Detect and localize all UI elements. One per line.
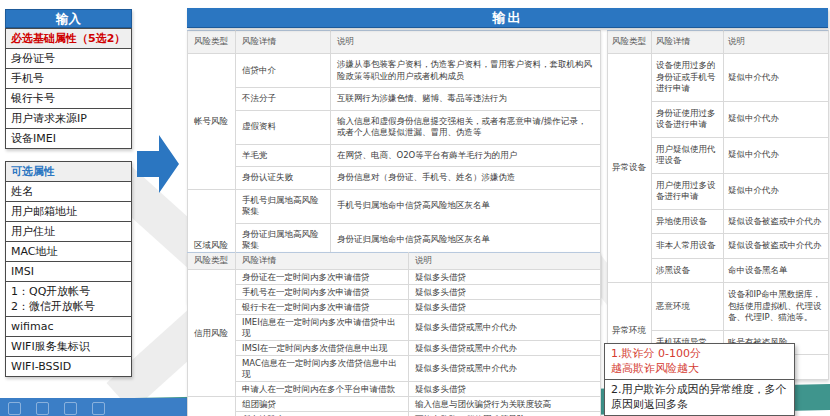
band-ghost-icon [92,402,105,415]
risk-desc-cell: 输入信息和虚假身份信息提交强相关，或者有恶意申请/操作记录，或者个人信息疑似泄漏… [331,110,601,144]
table-row: 异常环境恶意环境设备和IP命中黑数据库，包括使用虚拟机、代理设备、代理IP、猫池… [608,283,829,331]
table-row: 银行卡在一定时间内多次申请借贷疑似多头借贷 [188,300,601,315]
risk-desc-cell: 疑似设备被盗或中介代办 [724,234,829,259]
table-row: 异常行为组团骗贷输入信息与团伙骗贷行为关联度较高 [188,397,601,412]
risk-detail-cell: IMSI在一定时间内多次借贷信息中出现 [236,341,409,356]
risk-type-cell: 帐号风险 [188,54,236,190]
table-row: 羊毛党在网贷、电商、O2O等平台有薅羊毛行为的用户 [188,144,601,167]
risk-detail-cell: 非本人常用设备 [652,234,724,259]
risk-desc-cell: 输入信息与团伙骗贷行为关联度较高 [409,397,601,412]
risk-detail-cell: 用户使用过多设备进行申请 [652,173,724,209]
column-header: 风险详情 [652,31,724,54]
table-row: 帐号风险信贷中介涉嫌从事包装客户资料，伪造客户资料，冒用客户资料，套取机构风险政… [188,54,601,88]
input-section-header: 可选属性 [6,162,131,181]
fraud-score-note: 1.欺诈分 0-100分 越高欺诈风险越大 [605,344,794,379]
bottom-blue-band [0,398,192,416]
risk-desc-cell: 设备和IP命中黑数据库，包括使用虚拟机、代理设备、代理IP、猫池等。 [724,283,829,331]
table-row: 虚假资料输入信息和虚假身份信息提交强相关，或者有恶意申请/操作记录，或者个人信息… [188,110,601,144]
risk-desc-cell: 疑似多头借贷 [409,300,601,315]
input-panel: 输入 必选基础属性（5选2）身份证号手机号银行卡号用户请求来源IP设备IMEI可… [5,9,132,377]
input-section-box: 必选基础属性（5选2）身份证号手机号银行卡号用户请求来源IP设备IMEI [5,28,132,149]
risk-type-cell: 异常行为 [188,397,236,416]
risk-detail-cell: 用户疑似使用代理设备 [652,137,724,173]
column-header: 风险类型 [608,31,652,54]
table-row: 信用风险身份证在一定时间内多次申请借贷疑似多头借贷 [188,270,601,285]
input-panel-title: 输入 [5,9,132,28]
risk-detail-cell: MAC信息在一定时间内多次借贷信息中出现 [236,356,409,382]
column-header: 风险详情 [236,31,331,54]
risk-detail-cell: 异地使用设备 [652,209,724,234]
risk-detail-cell: 手机号在一定时间内多次申请借贷 [236,285,409,300]
input-item: 用户住址 [6,221,131,241]
column-header: 风险详情 [236,253,409,270]
risk-table: 风险类型风险详情说明异常设备设备使用过多的身份证或手机号进行申请疑似中介代办身份… [607,30,829,380]
table-row: 申请人在一定时间内在多个平台申请借款疑似多头借贷 [188,382,601,397]
risk-desc-cell: 可能有跑路、催债困难等风险 [409,412,601,416]
output-panel-title: 输出 [187,8,828,28]
risk-detail-cell: 信贷中介 [236,54,331,88]
risk-desc-cell: 疑似多头借贷或黑中介代办 [409,356,601,382]
risk-detail-cell: 组团骗贷 [236,397,409,412]
table-row: 手机号在一定时间内多次申请借贷疑似多头借贷 [188,285,601,300]
input-sections: 必选基础属性（5选2）身份证号手机号银行卡号用户请求来源IP设备IMEI可选属性… [5,28,132,377]
column-header: 说明 [331,31,601,54]
risk-desc-cell: 身份信息对（身份证、手机号、姓名）涉嫌伪造 [331,167,601,190]
risk-desc-cell: 命中设备黑名单 [724,258,829,283]
risk-detail-cell: 身份认证失败 [236,167,331,190]
risk-desc-cell: 疑似中介代办 [724,137,829,173]
band-ghost-icon [64,402,77,415]
risk-desc-cell: 疑似多头借贷 [409,270,601,285]
input-item: IMSI [6,261,131,281]
table-row: 所在地跳变可能有跑路、催债困难等风险 [188,412,601,416]
column-header: 风险类型 [188,253,236,270]
risk-detail-cell: 身份证在一定时间内多次申请借贷 [236,270,409,285]
risk-detail-cell: IMEI信息在一定时间内多次申请借贷中出现 [236,315,409,341]
risk-detail-cell: 涉黑设备 [652,258,724,283]
column-header: 说明 [409,253,601,270]
input-item: WIFI-BSSID [6,356,131,376]
input-item: 1：QQ开放帐号 2：微信开放帐号 [6,281,131,316]
input-item: MAC地址 [6,241,131,261]
risk-desc-cell: 互联网行为涉嫌色情、赌博、毒品等违法行为 [331,88,601,111]
input-item: 银行卡号 [6,88,131,108]
input-item: 姓名 [6,181,131,201]
fraud-score-note-box: 1.欺诈分 0-100分 越高欺诈风险越大 2.用户欺诈分成因的异常维度，多个原… [604,343,795,416]
input-section-header: 必选基础属性（5选2） [6,29,131,48]
input-item: WIFI服务集标识 [6,336,131,356]
input-section-box: 可选属性姓名用户邮箱地址用户住址MAC地址IMSI1：QQ开放帐号 2：微信开放… [5,161,132,377]
risk-detail-cell: 申请人在一定时间内在多个平台申请借款 [236,382,409,397]
input-item: 设备IMEI [6,128,131,148]
flow-arrow-icon [137,135,179,197]
column-header: 说明 [724,31,829,54]
risk-detail-cell: 设备使用过多的身份证或手机号进行申请 [652,54,724,102]
fraud-reason-note: 2.用户欺诈分成因的异常维度，多个原因则返回多条 [605,379,794,415]
table-row: 身份认证失败身份信息对（身份证、手机号、姓名）涉嫌伪造 [188,167,601,190]
input-item: 手机号 [6,68,131,88]
risk-desc-cell: 疑似多头借贷 [409,382,601,397]
input-item: 用户邮箱地址 [6,201,131,221]
band-ghost-icon [8,402,21,415]
table-row: MAC信息在一定时间内多次借贷信息中出现疑似多头借贷或黑中介代办 [188,356,601,382]
risk-detail-cell: 不法分子 [236,88,331,111]
table-row: 不法分子互联网行为涉嫌色情、赌博、毒品等违法行为 [188,88,601,111]
risk-detail-cell: 身份证使用过多设备进行申请 [652,101,724,137]
column-header: 风险类型 [188,31,236,54]
risk-desc-cell: 疑似设备被盗或中介代办 [724,209,829,234]
risk-desc-cell: 疑似多头借贷 [409,285,601,300]
risk-detail-cell: 羊毛党 [236,144,331,167]
credit-behavior-risk-table: 风险类型风险详情说明信用风险身份证在一定时间内多次申请借贷疑似多头借贷手机号在一… [187,252,600,416]
risk-desc-cell: 疑似中介代办 [724,173,829,209]
device-env-risk-table: 风险类型风险详情说明异常设备设备使用过多的身份证或手机号进行申请疑似中介代办身份… [607,30,828,380]
risk-desc-cell: 疑似多头借贷或黑中介代办 [409,315,601,341]
input-item: 用户请求来源IP [6,108,131,128]
table-row: IMEI信息在一定时间内多次申请借贷中出现疑似多头借贷或黑中介代办 [188,315,601,341]
risk-desc-cell: 手机号归属地命中信贷高风险地区灰名单 [331,189,601,223]
risk-detail-cell: 手机号归属地高风险聚集 [236,189,331,223]
risk-type-cell: 信用风险 [188,270,236,397]
risk-type-cell: 异常设备 [608,54,652,283]
input-item: 身份证号 [6,48,131,68]
slide-canvas: { "accent": { "blue": "#2b76c1", "red": … [0,0,830,416]
table-row: IMSI在一定时间内多次借贷信息中出现疑似多头借贷或黑中介代办 [188,341,601,356]
risk-desc-cell: 在网贷、电商、O2O等平台有薅羊毛行为的用户 [331,144,601,167]
risk-desc-cell: 疑似多头借贷或黑中介代办 [409,341,601,356]
